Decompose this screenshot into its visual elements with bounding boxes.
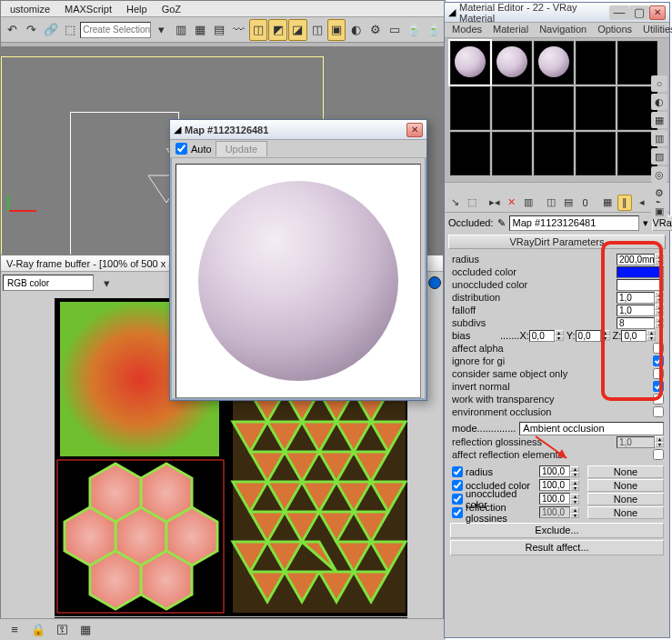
menu-modes[interactable]: Modes <box>446 23 487 37</box>
sample-type-icon[interactable]: ○ <box>651 75 667 92</box>
override-radius-checkbox[interactable] <box>452 466 463 477</box>
rollout-header[interactable]: VRayDirt Parameters <box>448 235 666 249</box>
radius-input[interactable] <box>617 254 655 265</box>
override-occ-input[interactable] <box>539 479 570 491</box>
mirror-icon[interactable]: ▥ <box>171 19 189 41</box>
selection-set-dropdown[interactable] <box>80 22 151 38</box>
override-unocc-input[interactable] <box>539 493 570 505</box>
override-refl-checkbox[interactable] <box>452 507 463 518</box>
update-button[interactable]: Update <box>216 141 267 156</box>
preview-icon[interactable]: ◎ <box>651 166 667 183</box>
material-icon[interactable]: ◐ <box>346 19 365 41</box>
material-slot[interactable] <box>576 86 616 130</box>
assign-icon[interactable]: ▸◂ <box>486 195 502 211</box>
unocc-map-button[interactable]: None <box>587 493 664 505</box>
show-end-result-icon[interactable]: ‖ <box>617 195 633 211</box>
layers-icon[interactable]: ▤ <box>210 19 228 41</box>
material-slot[interactable] <box>576 132 616 175</box>
backlight-icon[interactable]: ◐ <box>651 94 667 110</box>
close-button[interactable]: ✕ <box>649 5 666 20</box>
sample-uv-icon[interactable]: ▥ <box>651 130 667 146</box>
menu-customize[interactable]: ustomize <box>3 2 57 16</box>
selection-icon[interactable]: ⬚ <box>61 19 79 41</box>
radius-map-button[interactable]: None <box>587 465 664 478</box>
link-icon[interactable]: 🔗 <box>42 19 60 41</box>
subdivs-input[interactable] <box>617 317 655 329</box>
lock-icon[interactable]: 🔒 <box>27 619 49 641</box>
script-icon[interactable]: ≡ <box>4 619 25 641</box>
teapot-icon[interactable]: 🍵 <box>405 19 423 41</box>
dropdown-icon[interactable]: ▾ <box>152 19 170 41</box>
bias-x-input[interactable] <box>529 330 555 342</box>
snap-toggle-icon[interactable]: ◫ <box>249 19 268 41</box>
occ-map-button[interactable]: None <box>587 479 664 492</box>
spinner-snap-icon[interactable]: ◫ <box>308 19 326 41</box>
slot-scrollbar[interactable] <box>445 182 669 193</box>
material-slot[interactable] <box>450 86 490 130</box>
material-slot[interactable] <box>492 41 532 85</box>
menu-options[interactable]: Options <box>592 23 637 37</box>
selection-set-input[interactable] <box>80 22 151 38</box>
unoccluded-color-swatch[interactable] <box>617 279 664 291</box>
invert-normal-checkbox[interactable] <box>653 381 664 392</box>
make-unique-icon[interactable]: ◫ <box>544 195 559 211</box>
render-setup-icon[interactable]: ⚙ <box>366 19 385 41</box>
key-icon[interactable]: ⚿ <box>51 619 73 641</box>
menu-help[interactable]: Help <box>119 2 155 16</box>
minimize-button[interactable]: — <box>609 5 629 20</box>
material-slot[interactable] <box>450 132 490 175</box>
video-check-icon[interactable]: ▨ <box>651 148 667 165</box>
redo-icon[interactable]: ↷ <box>22 19 40 41</box>
percent-snap-icon[interactable]: ◪ <box>288 19 307 41</box>
maximize-button[interactable]: ▢ <box>629 5 649 20</box>
curve-icon[interactable]: 〰 <box>229 19 247 41</box>
distribution-input[interactable] <box>617 292 655 304</box>
put-library-icon[interactable]: ▤ <box>560 195 576 211</box>
select-by-mat-icon[interactable]: ▣ <box>651 203 667 219</box>
material-slot[interactable] <box>576 41 616 85</box>
material-editor-titlebar[interactable]: ◢ Material Editor - 22 - VRay Material —… <box>445 3 669 23</box>
menu-maxscript[interactable]: MAXScript <box>57 2 119 16</box>
occluded-color-swatch[interactable] <box>617 266 664 278</box>
close-button[interactable]: ✕ <box>406 123 423 137</box>
override-unocc-checkbox[interactable] <box>452 494 463 505</box>
put-to-scene-icon[interactable]: ⬚ <box>465 195 480 211</box>
material-slot[interactable] <box>450 41 490 85</box>
map-dialog-titlebar[interactable]: ◢ Map #1123126481 ✕ <box>170 120 426 140</box>
dropdown-icon[interactable]: ▾ <box>643 217 648 229</box>
get-material-icon[interactable]: ↘ <box>447 195 463 211</box>
background-icon[interactable]: ▦ <box>651 112 667 128</box>
work-transp-checkbox[interactable] <box>653 394 664 405</box>
show-map-icon[interactable]: ▦ <box>600 195 616 211</box>
angle-snap-icon[interactable]: ◩ <box>268 19 287 41</box>
bias-y-input[interactable] <box>576 330 601 342</box>
affect-alpha-checkbox[interactable] <box>653 343 664 354</box>
matid-icon[interactable]: 0 <box>577 195 593 211</box>
options-icon[interactable]: ⚙ <box>651 185 667 201</box>
menu-utilities[interactable]: Utilities <box>637 23 672 37</box>
env-occ-checkbox[interactable] <box>653 406 664 417</box>
override-radius-input[interactable] <box>539 465 570 477</box>
dope-icon[interactable]: ▦ <box>75 619 96 641</box>
channel-dropdown[interactable] <box>3 275 94 291</box>
eyedropper-icon[interactable]: ✎ <box>497 217 506 229</box>
affect-refl-checkbox[interactable] <box>653 449 664 460</box>
consider-same-checkbox[interactable] <box>653 368 664 379</box>
auto-checkbox[interactable] <box>176 143 187 155</box>
render-frame-icon[interactable]: ▭ <box>386 19 404 41</box>
menu-material[interactable]: Material <box>487 23 534 37</box>
refl-map-button[interactable]: None <box>587 506 664 519</box>
channel-dropdown-icon[interactable]: ▾ <box>95 272 117 294</box>
undo-icon[interactable]: ↶ <box>3 19 21 41</box>
material-slot[interactable] <box>534 41 574 85</box>
material-slot[interactable] <box>534 132 574 175</box>
render-icon[interactable]: 🍵 <box>425 19 443 41</box>
result-affect-button[interactable]: Result affect... <box>450 540 664 555</box>
exclude-button[interactable]: Exclude... <box>450 523 664 538</box>
spinner-buttons[interactable]: ▴▾ <box>655 254 664 265</box>
reset-icon[interactable]: ✕ <box>504 195 519 211</box>
material-slot[interactable] <box>534 86 574 130</box>
menu-goz[interactable]: GoZ <box>155 2 188 16</box>
blue-channel-icon[interactable] <box>428 276 441 289</box>
bias-z-input[interactable] <box>621 330 647 342</box>
